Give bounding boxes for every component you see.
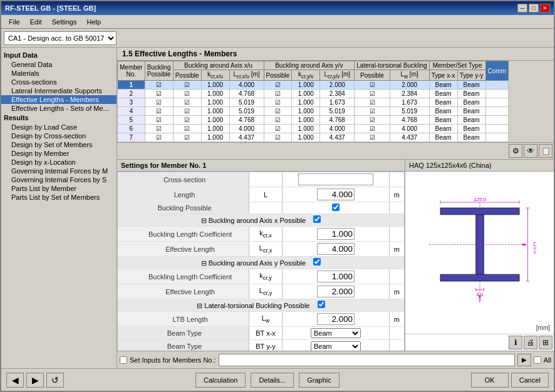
settings-value-ltb-length [283, 312, 390, 327]
sidebar-item-design-x-location[interactable]: Design by x-Location [1, 158, 117, 167]
cell-tyy: Beam [457, 133, 485, 142]
ltb-length-input[interactable] [317, 313, 355, 325]
settings-label-buckling-possible: Buckling Possible [118, 202, 249, 214]
table-row[interactable]: 1 ☑ ☑ 1.000 4.000 ☑ 1.000 2.000 ☑ 2.000 … [118, 81, 509, 90]
cell-lcr: 4.000 [229, 81, 264, 90]
close-button[interactable]: ✕ [540, 4, 550, 13]
maximize-button[interactable]: □ [529, 4, 539, 13]
col-buckling-possible: BucklingPossible [145, 61, 173, 81]
settings-row-el-x: Effective Length Lcr,x m [118, 242, 405, 257]
cell-lcry: 2.000 [320, 81, 355, 90]
sidebar-item-materials[interactable]: Materials [1, 69, 117, 78]
menu-edit[interactable]: Edit [25, 17, 47, 27]
settings-row-buckling-possible: Buckling Possible [118, 202, 405, 214]
calculation-button[interactable]: Calculation [195, 373, 246, 388]
footer-center: Calculation Details... Graphic [195, 373, 340, 388]
cell-kcr: 1.000 [201, 125, 229, 133]
footer-left: ◀ ▶ ↺ [6, 373, 64, 388]
beam-type-xx-select[interactable]: Beam [311, 328, 361, 338]
axis-y-possible-checkbox[interactable] [313, 258, 321, 266]
cell-bay: ☑ [264, 90, 292, 98]
cell-member-no: 4 [118, 107, 145, 116]
el-y-input[interactable] [317, 286, 355, 297]
cell-ltbp: ☑ [355, 81, 390, 90]
details-button[interactable]: Details... [251, 373, 294, 388]
nav-reset-button[interactable]: ↺ [46, 373, 64, 388]
length-input[interactable] [317, 188, 355, 200]
settings-value-beam-xx: Beam [283, 327, 390, 340]
table-row[interactable]: 2 ☑ ☑ 1.000 4.768 ☑ 1.000 2.384 ☑ 2.384 … [118, 90, 509, 98]
ok-button[interactable]: OK [471, 373, 509, 388]
table-area[interactable]: MemberNo. BucklingPossible Buckling arou… [117, 61, 554, 143]
cell-member-no: 7 [118, 133, 145, 142]
sidebar-item-design-member[interactable]: Design by Member [1, 149, 117, 158]
graphic-button[interactable]: Graphic [299, 373, 340, 388]
cell-bp: ☑ [145, 90, 173, 98]
sidebar-item-parts-list-set[interactable]: Parts List by Set of Members [1, 193, 117, 202]
cell-lcr: 4.768 [229, 116, 264, 125]
table-row[interactable]: 5 ☑ ☑ 1.000 4.768 ☑ 1.000 4.768 ☑ 4.768 … [118, 116, 509, 125]
beam-type-yy-select[interactable]: Beam [311, 341, 361, 351]
print-diagram-button[interactable]: 🖨 [524, 336, 537, 349]
table-row[interactable]: 3 ☑ ☑ 1.000 5.019 ☑ 1.000 1.673 ☑ 1.673 … [118, 98, 509, 107]
ltb-possible-checkbox[interactable] [318, 301, 325, 308]
buckling-possible-checkbox[interactable] [332, 204, 340, 211]
zoom-button[interactable]: ⊞ [539, 336, 552, 349]
sidebar-item-design-set-members[interactable]: Design by Set of Members [1, 140, 117, 149]
table-export-button[interactable]: 📋 [539, 144, 552, 158]
settings-title: Settings for Member No. 1 [117, 160, 405, 172]
nav-prev-button[interactable]: ◀ [6, 373, 24, 388]
sidebar-item-design-cross-section[interactable]: Design by Cross-section [1, 132, 117, 140]
sidebar-item-design-load-case[interactable]: Design by Load Case [1, 123, 117, 132]
sidebar-item-governing-internal-m[interactable]: Governing Internal Forces by M [1, 167, 117, 175]
blc-y-input[interactable] [317, 271, 355, 282]
sidebar-item-governing-internal-s[interactable]: Governing Internal Forces by S [1, 175, 117, 184]
sidebar-item-parts-list-member[interactable]: Parts List by Member [1, 184, 117, 193]
sidebar-item-lateral-intermediate[interactable]: Lateral Intermediate Supports [1, 86, 117, 95]
table-row[interactable]: 4 ☑ ☑ 1.000 5.019 ☑ 1.000 5.019 ☑ 5.019 … [118, 107, 509, 116]
cell-ltbp: ☑ [355, 107, 390, 116]
cell-bp: ☑ [145, 116, 173, 125]
nav-next-button[interactable]: ▶ [26, 373, 44, 388]
window-title: RF-STEEL GB - [STEEL GB] [5, 4, 96, 12]
axis-x-possible-checkbox[interactable] [313, 215, 321, 223]
design-case-dropdown[interactable]: CA1 - Design acc. to GB 50017 [4, 31, 117, 45]
minimize-button[interactable]: ─ [517, 4, 527, 13]
cell-bp: ☑ [145, 133, 173, 142]
blc-x-input[interactable] [317, 228, 355, 240]
info-button[interactable]: ℹ [509, 336, 522, 349]
cell-kcry: 1.000 [292, 81, 320, 90]
all-checkbox[interactable] [534, 356, 541, 364]
menu-help[interactable]: Help [81, 17, 106, 27]
col-member-no: MemberNo. [118, 61, 145, 81]
settings-label-cross-section: Cross-section [118, 172, 249, 187]
table-settings-button[interactable]: ⚙ [509, 144, 522, 158]
col-ltb-possible: Possible [355, 70, 390, 81]
settings-value-length [283, 187, 390, 202]
settings-label-length: Length [118, 187, 249, 202]
members-apply-button[interactable]: ▶ [517, 354, 531, 366]
members-no-input[interactable] [219, 354, 515, 366]
sidebar-item-effective-lengths-sets[interactable]: Effective Lengths - Sets of Me... [1, 104, 117, 113]
settings-value-cross-section [283, 172, 390, 187]
el-x-input[interactable] [317, 243, 355, 255]
cell-kcr: 1.000 [201, 90, 229, 98]
cell-comm [485, 133, 508, 142]
cell-bax: ☑ [173, 81, 201, 90]
sidebar-item-cross-sections[interactable]: Cross-sections [1, 78, 117, 86]
sidebar-item-effective-lengths-members[interactable]: Effective Lengths - Members [1, 95, 117, 104]
table-row[interactable]: 6 ☑ ☑ 1.000 4.000 ☑ 1.000 4.000 ☑ 4.000 … [118, 125, 509, 133]
cancel-button[interactable]: Cancel [511, 373, 549, 388]
sidebar-item-general-data[interactable]: General Data [1, 60, 117, 69]
cross-section-input[interactable] [298, 173, 373, 185]
settings-symbol-blc-y: kcr,y [249, 269, 283, 284]
table-row[interactable]: 7 ☑ ☑ 1.000 4.437 ☑ 1.000 4.437 ☑ 4.437 … [118, 133, 509, 142]
cell-lcry: 1.673 [320, 98, 355, 107]
settings-row-beam-type-xx: Beam Type BT x-x Beam [118, 327, 405, 340]
menu-file[interactable]: File [4, 17, 25, 27]
table-view-button[interactable]: 👁 [524, 144, 537, 158]
set-inputs-checkbox[interactable] [120, 356, 127, 364]
menu-settings[interactable]: Settings [47, 17, 82, 27]
menu-bar: File Edit Settings Help [1, 15, 554, 29]
settings-symbol-cross-section [249, 172, 283, 187]
